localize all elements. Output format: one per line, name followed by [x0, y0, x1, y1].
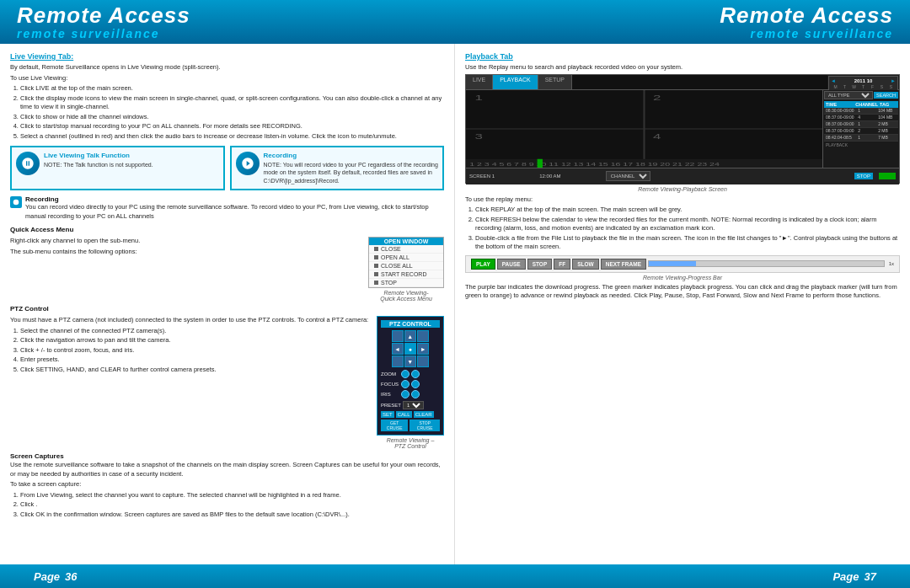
playback-intro: Use the Replay menu to search and playba…	[465, 63, 900, 72]
ptz-down[interactable]: ▼	[404, 355, 416, 367]
file-row[interactable]: 08:37:00-09:0022 MB	[824, 128, 898, 135]
header-left-title: Remote Access remote surveillance	[17, 3, 190, 41]
ff-button[interactable]: FF	[554, 259, 570, 270]
talk-title: Live Viewing Talk Function	[44, 152, 153, 159]
ptz-heading: PTZ Control	[10, 305, 444, 313]
next-frame-button[interactable]: NEXT FRAME	[601, 259, 646, 270]
qa-menu-item-4[interactable]: START RECORD	[369, 270, 443, 279]
ptz-body: You must have a PTZ camera (not included…	[10, 316, 370, 325]
play-button[interactable]: PLAY	[471, 259, 495, 270]
replay-step-1: Click REPLAY at the top of the main scre…	[475, 206, 900, 215]
ptz-preset-select[interactable]: 123	[403, 401, 424, 409]
ptz-up[interactable]: ▲	[404, 330, 416, 342]
svg-text:3: 3	[475, 132, 483, 140]
ptz-down-left[interactable]	[392, 355, 404, 367]
qa-menu-item-3[interactable]: CLOSE ALL	[369, 262, 443, 270]
ptz-stop-cruise-button[interactable]: STOP CRUISE	[410, 420, 440, 431]
progress-track	[648, 260, 885, 267]
qa-content: Right-click any channel to open the sub-…	[10, 237, 444, 302]
svg-text:1  2  3  4  5  6  7  8  9  10 : 1 2 3 4 5 6 7 8 9 10 11 12 13 14 15 16 1…	[469, 162, 720, 167]
ptz-step-4: Enter presets.	[20, 355, 370, 365]
playback-screen-caption: Remote Viewing-Playback Screen	[465, 186, 900, 192]
qa-menu-item-1[interactable]: CLOSE	[369, 245, 443, 254]
sub-title-right: remote surveillance	[720, 27, 893, 40]
footer-page-number-right: 37	[864, 570, 876, 583]
ptz-step-2: Click the navigation arrows to pan and t…	[20, 336, 370, 345]
ptz-get-cruise-button[interactable]: GET CRUISE	[381, 420, 408, 431]
replay-step-3: Double-click a file from the File List t…	[475, 234, 900, 252]
ptz-down-right[interactable]	[417, 355, 429, 367]
ptz-zoom-label: ZOOM	[381, 372, 399, 377]
ptz-left[interactable]: ◄	[392, 343, 404, 355]
ptz-call-button[interactable]: CALL	[396, 411, 412, 418]
qa-menu-container: OPEN WINDOW CLOSE OPEN ALL CLOSE ALL STA…	[368, 237, 444, 302]
search-button[interactable]: SEARCH	[874, 92, 898, 99]
qa-heading: Quick Access Menu	[10, 226, 444, 233]
live-viewing-talk-box: Live Viewing Talk Function NOTE: The Tal…	[10, 146, 225, 190]
ptz-right[interactable]: ►	[417, 343, 429, 355]
ptz-zoom-minus[interactable]	[401, 370, 410, 378]
type-select[interactable]: ALL TYPE	[824, 91, 873, 99]
replay-instructions: To use the replay menu: Click REPLAY at …	[465, 195, 900, 252]
progress-fill	[649, 261, 696, 266]
live-viewing-title: Live Viewing Tab:	[10, 52, 444, 61]
cal-month: 2011 10	[854, 78, 873, 83]
cal-next[interactable]: ►	[891, 78, 896, 83]
file-row[interactable]: 08:37:00-09:004104 MB	[824, 115, 898, 121]
ptz-up-left[interactable]	[392, 330, 404, 342]
screen-captures-to-take: To take a screen capture:	[10, 480, 444, 489]
cap-step-3: Click OK in the confirmation window. Scr…	[20, 510, 444, 520]
file-row[interactable]: 08:30:00-09:001104 MB	[824, 108, 898, 115]
col-time: TIME	[826, 102, 854, 107]
qa-menu-item-2[interactable]: OPEN ALL	[369, 254, 443, 262]
ptz-focus-minus[interactable]	[401, 380, 410, 388]
ptz-up-right[interactable]	[417, 330, 429, 342]
pause-button[interactable]: PAUSE	[497, 259, 526, 270]
tab-live[interactable]: LIVE	[466, 75, 493, 89]
file-row[interactable]: 08:37:00-09:0012 MB	[824, 121, 898, 128]
recording-title: Recording	[264, 152, 439, 159]
ptz-center[interactable]: ●	[404, 343, 416, 355]
ptz-iris-minus[interactable]	[401, 390, 410, 398]
ptz-iris-plus[interactable]	[411, 390, 420, 398]
slow-button[interactable]: SLOW	[572, 259, 599, 270]
live-viewing-to-use: To use Live Viewing:	[10, 74, 444, 83]
footer-page-label-right: Page	[832, 570, 859, 583]
tab-setup[interactable]: SETUP	[538, 75, 572, 89]
channel-select[interactable]: CHANNEL	[606, 171, 650, 181]
col-channel: CHANNEL	[855, 102, 878, 107]
file-row[interactable]: 08:42:04-08:517 MB	[824, 135, 898, 142]
ptz-zoom-plus[interactable]	[411, 370, 420, 378]
ptz-focus-plus[interactable]	[411, 380, 420, 388]
qa-menu-item-5[interactable]: STOP	[369, 279, 443, 287]
live-step-3: Click to show or hide all the channel wi…	[20, 113, 444, 122]
ptz-iris-row: IRIS	[381, 390, 440, 398]
header-right-title: Remote Access remote surveillance	[720, 3, 893, 41]
footer-page-number-left: 36	[65, 570, 77, 583]
ptz-clear-button[interactable]: CLEAR	[414, 411, 434, 418]
svg-text:1: 1	[475, 94, 483, 101]
ptz-set-button[interactable]: SET	[381, 411, 394, 418]
screen-captures-heading: Screen Captures	[10, 452, 444, 460]
ptz-steps: Select the channel of the connected PTZ …	[10, 327, 370, 375]
pb-stop-button[interactable]: STOP	[527, 259, 553, 270]
progress-bar-body: The purple bar indicates the download pr…	[465, 283, 900, 301]
video-area: 1 2 3 4 1 2 3 4 5 6 7 8 9 10 11 12 13 14…	[466, 90, 823, 168]
replay-step-2: Click REFRESH below the calendar to view…	[475, 216, 900, 233]
playback-screen: LIVE PLAYBACK SETUP ◄ 2011 10 ► M T	[465, 74, 900, 184]
progress-indicator	[879, 173, 896, 179]
col-tag: TAG	[880, 102, 897, 107]
progress-bar-section: PLAY PAUSE STOP FF SLOW NEXT FRAME 1x Re…	[465, 255, 900, 301]
cap-step-1: From Live Viewing, select the channel yo…	[20, 491, 444, 500]
svg-text:2: 2	[653, 94, 661, 101]
talk-body: NOTE: The Talk function is not supported…	[44, 161, 153, 168]
screen-captures-section: Screen Captures Use the remote surveilla…	[10, 452, 444, 519]
pb-time-display: 12:00 AM	[539, 174, 560, 179]
ptz-controls: ZOOM FOCUS IRIS	[381, 370, 440, 398]
stop-button[interactable]: STOP	[854, 173, 873, 179]
tab-playback[interactable]: PLAYBACK	[493, 75, 538, 89]
cal-prev[interactable]: ◄	[831, 78, 836, 83]
svg-text:4: 4	[653, 132, 661, 140]
recording-body: NOTE: You will record video to your PC r…	[264, 161, 439, 184]
footer-right: Page 37	[832, 570, 876, 583]
